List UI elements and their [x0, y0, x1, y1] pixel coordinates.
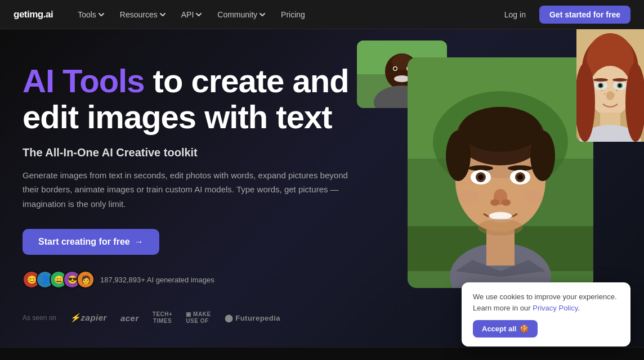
nav-item-tools[interactable]: Tools — [71, 7, 111, 22]
svg-point-36 — [458, 190, 478, 204]
brand-futurepedia: ⬤ Futurepedia — [225, 314, 281, 322]
photo-woman — [576, 29, 644, 142]
avatar: 🧑 — [77, 271, 95, 289]
svg-point-30 — [517, 174, 523, 180]
svg-point-38 — [478, 219, 523, 236]
svg-point-54 — [593, 78, 608, 82]
user-count-row: 😊 👤 😄 😎 🧑 187,932,893+ AI generated imag… — [23, 271, 349, 289]
brand-zapier: ⚡zapier — [70, 313, 107, 323]
user-count-text: 187,932,893+ AI generated images — [100, 276, 214, 284]
cookie-banner: We use cookies to improve your experienc… — [462, 282, 630, 346]
seen-on-label: As seen on — [23, 314, 56, 322]
get-started-button[interactable]: Get started for free — [539, 6, 630, 24]
svg-point-53 — [618, 84, 621, 87]
nav-item-resources[interactable]: Resources — [113, 7, 172, 22]
svg-point-20 — [460, 107, 541, 152]
chevron-down-icon — [99, 12, 104, 17]
logo[interactable]: getimg.ai — [14, 9, 53, 20]
svg-point-32 — [490, 199, 499, 206]
hero-description: Generate images from text in seconds, ed… — [23, 168, 349, 212]
navbar: getimg.ai Tools Resources API Community … — [0, 0, 644, 29]
svg-point-7 — [394, 68, 397, 70]
svg-point-29 — [478, 174, 484, 180]
brand-techtimes: TECH+TIMES — [153, 311, 173, 325]
woman-face-svg — [576, 29, 644, 142]
nav-item-community[interactable]: Community — [211, 7, 272, 22]
svg-point-37 — [522, 190, 543, 204]
start-creating-button[interactable]: Start creating for free → — [23, 229, 159, 255]
svg-point-22 — [530, 130, 555, 181]
chevron-down-icon — [160, 12, 166, 17]
chevron-down-icon — [196, 12, 202, 17]
seen-on-row: As seen on ⚡zapier acer TECH+TIMES ▣ MAK… — [23, 311, 349, 325]
nav-links: Tools Resources API Community Pricing — [71, 7, 498, 22]
main-face-svg — [408, 57, 593, 288]
navbar-right: Log in Get started for free — [498, 6, 630, 24]
svg-point-21 — [446, 130, 471, 181]
brand-makeuseeof: ▣ MAKEUSE OF — [186, 311, 211, 325]
hero-subtitle: The All-In-One AI Creative toolkit — [23, 146, 349, 159]
bottom-section: Revolutionary tools. Powering 5M+ image … — [0, 347, 644, 360]
privacy-policy-link[interactable]: Privacy Policy — [533, 304, 578, 312]
svg-point-35 — [489, 212, 512, 220]
avatars-stack: 😊 👤 😄 😎 🧑 — [23, 271, 95, 289]
chevron-down-icon — [260, 12, 265, 17]
svg-point-45 — [604, 93, 606, 95]
svg-point-55 — [612, 78, 627, 82]
hero-title-highlight: AI Tools — [23, 62, 144, 99]
svg-point-52 — [599, 84, 602, 87]
nav-item-pricing[interactable]: Pricing — [274, 7, 312, 22]
photo-young-man — [408, 57, 593, 288]
svg-point-33 — [502, 199, 511, 206]
hero-title: AI Tools to create and edit images with … — [23, 63, 349, 135]
nav-item-api[interactable]: API — [175, 7, 209, 22]
cookie-text: We use cookies to improve your experienc… — [473, 291, 619, 313]
svg-point-56 — [606, 91, 614, 100]
brand-acer: acer — [120, 313, 139, 323]
accept-cookies-button[interactable]: Accept all 🍪 — [473, 320, 538, 338]
login-button[interactable]: Log in — [498, 7, 533, 22]
hero-content: AI Tools to create and edit images with … — [0, 29, 372, 347]
